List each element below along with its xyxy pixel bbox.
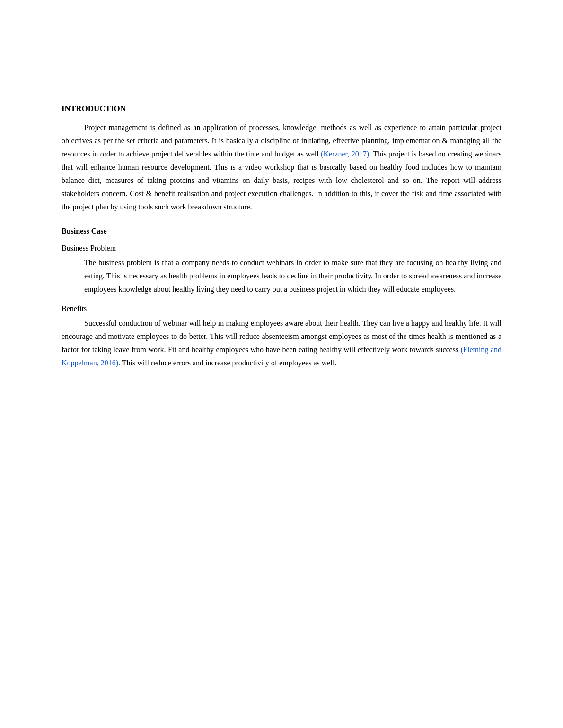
- intro-text-1b: . This project is based on creating webi…: [62, 150, 501, 211]
- benefits-paragraph: Successful conduction of webinar will he…: [62, 317, 501, 370]
- business-problem-title: Business Problem: [62, 244, 501, 252]
- introduction-paragraph: Project management is defined as an appl…: [62, 121, 501, 214]
- business-case-title: Business Case: [62, 227, 501, 235]
- intro-citation-1: (Kerzner, 2017): [321, 150, 369, 158]
- business-case-section: Business Case Business Problem The busin…: [62, 227, 501, 370]
- benefits-text-end: . This will reduce errors and increase p…: [118, 359, 336, 367]
- page: INTRODUCTION Project management is defin…: [0, 0, 563, 728]
- introduction-title: INTRODUCTION: [62, 104, 501, 113]
- introduction-section: INTRODUCTION Project management is defin…: [62, 104, 501, 214]
- benefits-subsection: Benefits Successful conduction of webina…: [62, 304, 501, 370]
- benefits-title: Benefits: [62, 304, 501, 313]
- benefits-text-start: Successful conduction of webinar will he…: [62, 319, 501, 354]
- business-problem-subsection: Business Problem The business problem is…: [62, 244, 501, 296]
- business-problem-text: The business problem is that a company n…: [84, 256, 501, 296]
